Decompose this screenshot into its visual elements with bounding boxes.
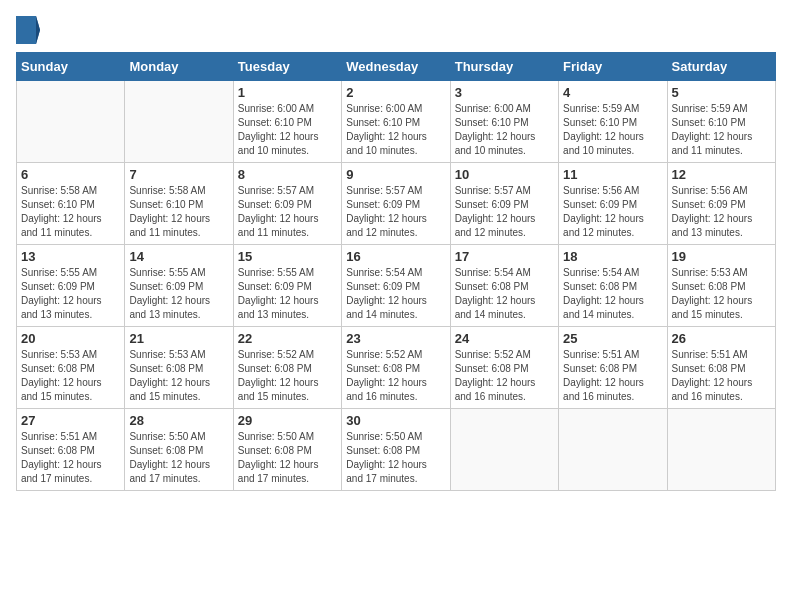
day-info: Sunrise: 5:55 AMSunset: 6:09 PMDaylight:… (238, 266, 337, 322)
calendar-cell: 1Sunrise: 6:00 AMSunset: 6:10 PMDaylight… (233, 81, 341, 163)
day-info: Sunrise: 5:51 AMSunset: 6:08 PMDaylight:… (672, 348, 771, 404)
calendar-cell: 24Sunrise: 5:52 AMSunset: 6:08 PMDayligh… (450, 327, 558, 409)
day-number: 25 (563, 331, 662, 346)
calendar-cell: 30Sunrise: 5:50 AMSunset: 6:08 PMDayligh… (342, 409, 450, 491)
calendar-cell: 8Sunrise: 5:57 AMSunset: 6:09 PMDaylight… (233, 163, 341, 245)
day-info: Sunrise: 5:55 AMSunset: 6:09 PMDaylight:… (21, 266, 120, 322)
day-number: 3 (455, 85, 554, 100)
day-info: Sunrise: 5:53 AMSunset: 6:08 PMDaylight:… (21, 348, 120, 404)
calendar-cell: 19Sunrise: 5:53 AMSunset: 6:08 PMDayligh… (667, 245, 775, 327)
day-number: 1 (238, 85, 337, 100)
calendar-cell: 10Sunrise: 5:57 AMSunset: 6:09 PMDayligh… (450, 163, 558, 245)
week-row-5: 27Sunrise: 5:51 AMSunset: 6:08 PMDayligh… (17, 409, 776, 491)
calendar-cell: 20Sunrise: 5:53 AMSunset: 6:08 PMDayligh… (17, 327, 125, 409)
day-info: Sunrise: 5:59 AMSunset: 6:10 PMDaylight:… (563, 102, 662, 158)
day-number: 5 (672, 85, 771, 100)
day-info: Sunrise: 5:52 AMSunset: 6:08 PMDaylight:… (455, 348, 554, 404)
day-info: Sunrise: 5:56 AMSunset: 6:09 PMDaylight:… (563, 184, 662, 240)
calendar-cell: 5Sunrise: 5:59 AMSunset: 6:10 PMDaylight… (667, 81, 775, 163)
calendar-cell (667, 409, 775, 491)
calendar-cell: 27Sunrise: 5:51 AMSunset: 6:08 PMDayligh… (17, 409, 125, 491)
calendar-cell: 21Sunrise: 5:53 AMSunset: 6:08 PMDayligh… (125, 327, 233, 409)
day-info: Sunrise: 5:56 AMSunset: 6:09 PMDaylight:… (672, 184, 771, 240)
day-number: 23 (346, 331, 445, 346)
day-number: 16 (346, 249, 445, 264)
day-info: Sunrise: 5:57 AMSunset: 6:09 PMDaylight:… (346, 184, 445, 240)
week-row-4: 20Sunrise: 5:53 AMSunset: 6:08 PMDayligh… (17, 327, 776, 409)
day-number: 20 (21, 331, 120, 346)
weekday-header-saturday: Saturday (667, 53, 775, 81)
calendar-cell: 28Sunrise: 5:50 AMSunset: 6:08 PMDayligh… (125, 409, 233, 491)
weekday-header-sunday: Sunday (17, 53, 125, 81)
day-number: 29 (238, 413, 337, 428)
calendar-cell: 26Sunrise: 5:51 AMSunset: 6:08 PMDayligh… (667, 327, 775, 409)
week-row-1: 1Sunrise: 6:00 AMSunset: 6:10 PMDaylight… (17, 81, 776, 163)
day-number: 2 (346, 85, 445, 100)
day-info: Sunrise: 5:57 AMSunset: 6:09 PMDaylight:… (455, 184, 554, 240)
calendar-cell: 2Sunrise: 6:00 AMSunset: 6:10 PMDaylight… (342, 81, 450, 163)
calendar-cell (125, 81, 233, 163)
day-number: 13 (21, 249, 120, 264)
calendar-cell: 9Sunrise: 5:57 AMSunset: 6:09 PMDaylight… (342, 163, 450, 245)
day-number: 12 (672, 167, 771, 182)
day-number: 28 (129, 413, 228, 428)
day-info: Sunrise: 5:54 AMSunset: 6:09 PMDaylight:… (346, 266, 445, 322)
day-info: Sunrise: 5:52 AMSunset: 6:08 PMDaylight:… (238, 348, 337, 404)
day-number: 26 (672, 331, 771, 346)
day-number: 21 (129, 331, 228, 346)
logo (16, 16, 44, 44)
day-number: 24 (455, 331, 554, 346)
calendar-cell (450, 409, 558, 491)
calendar-cell: 14Sunrise: 5:55 AMSunset: 6:09 PMDayligh… (125, 245, 233, 327)
calendar-cell: 18Sunrise: 5:54 AMSunset: 6:08 PMDayligh… (559, 245, 667, 327)
calendar-cell: 4Sunrise: 5:59 AMSunset: 6:10 PMDaylight… (559, 81, 667, 163)
day-number: 10 (455, 167, 554, 182)
page-header (16, 16, 776, 44)
day-number: 18 (563, 249, 662, 264)
day-number: 11 (563, 167, 662, 182)
calendar-cell: 13Sunrise: 5:55 AMSunset: 6:09 PMDayligh… (17, 245, 125, 327)
day-info: Sunrise: 5:53 AMSunset: 6:08 PMDaylight:… (672, 266, 771, 322)
day-number: 15 (238, 249, 337, 264)
week-row-3: 13Sunrise: 5:55 AMSunset: 6:09 PMDayligh… (17, 245, 776, 327)
weekday-header-row: SundayMondayTuesdayWednesdayThursdayFrid… (17, 53, 776, 81)
day-info: Sunrise: 5:57 AMSunset: 6:09 PMDaylight:… (238, 184, 337, 240)
day-info: Sunrise: 5:52 AMSunset: 6:08 PMDaylight:… (346, 348, 445, 404)
calendar-cell: 15Sunrise: 5:55 AMSunset: 6:09 PMDayligh… (233, 245, 341, 327)
calendar-cell: 22Sunrise: 5:52 AMSunset: 6:08 PMDayligh… (233, 327, 341, 409)
day-info: Sunrise: 5:51 AMSunset: 6:08 PMDaylight:… (563, 348, 662, 404)
day-info: Sunrise: 5:58 AMSunset: 6:10 PMDaylight:… (129, 184, 228, 240)
day-info: Sunrise: 6:00 AMSunset: 6:10 PMDaylight:… (238, 102, 337, 158)
calendar-cell (17, 81, 125, 163)
day-info: Sunrise: 5:51 AMSunset: 6:08 PMDaylight:… (21, 430, 120, 486)
day-info: Sunrise: 6:00 AMSunset: 6:10 PMDaylight:… (455, 102, 554, 158)
day-info: Sunrise: 5:50 AMSunset: 6:08 PMDaylight:… (238, 430, 337, 486)
calendar-cell (559, 409, 667, 491)
logo-icon (16, 16, 40, 44)
day-number: 30 (346, 413, 445, 428)
day-number: 14 (129, 249, 228, 264)
weekday-header-wednesday: Wednesday (342, 53, 450, 81)
calendar-cell: 23Sunrise: 5:52 AMSunset: 6:08 PMDayligh… (342, 327, 450, 409)
day-info: Sunrise: 5:50 AMSunset: 6:08 PMDaylight:… (129, 430, 228, 486)
calendar-cell: 11Sunrise: 5:56 AMSunset: 6:09 PMDayligh… (559, 163, 667, 245)
day-number: 6 (21, 167, 120, 182)
calendar-cell: 25Sunrise: 5:51 AMSunset: 6:08 PMDayligh… (559, 327, 667, 409)
calendar-table: SundayMondayTuesdayWednesdayThursdayFrid… (16, 52, 776, 491)
day-info: Sunrise: 5:55 AMSunset: 6:09 PMDaylight:… (129, 266, 228, 322)
day-info: Sunrise: 5:58 AMSunset: 6:10 PMDaylight:… (21, 184, 120, 240)
calendar-cell: 6Sunrise: 5:58 AMSunset: 6:10 PMDaylight… (17, 163, 125, 245)
day-info: Sunrise: 6:00 AMSunset: 6:10 PMDaylight:… (346, 102, 445, 158)
day-number: 19 (672, 249, 771, 264)
day-info: Sunrise: 5:53 AMSunset: 6:08 PMDaylight:… (129, 348, 228, 404)
calendar-cell: 3Sunrise: 6:00 AMSunset: 6:10 PMDaylight… (450, 81, 558, 163)
day-number: 4 (563, 85, 662, 100)
day-info: Sunrise: 5:54 AMSunset: 6:08 PMDaylight:… (563, 266, 662, 322)
day-number: 17 (455, 249, 554, 264)
weekday-header-thursday: Thursday (450, 53, 558, 81)
day-number: 27 (21, 413, 120, 428)
calendar-cell: 7Sunrise: 5:58 AMSunset: 6:10 PMDaylight… (125, 163, 233, 245)
day-number: 8 (238, 167, 337, 182)
day-number: 9 (346, 167, 445, 182)
weekday-header-friday: Friday (559, 53, 667, 81)
